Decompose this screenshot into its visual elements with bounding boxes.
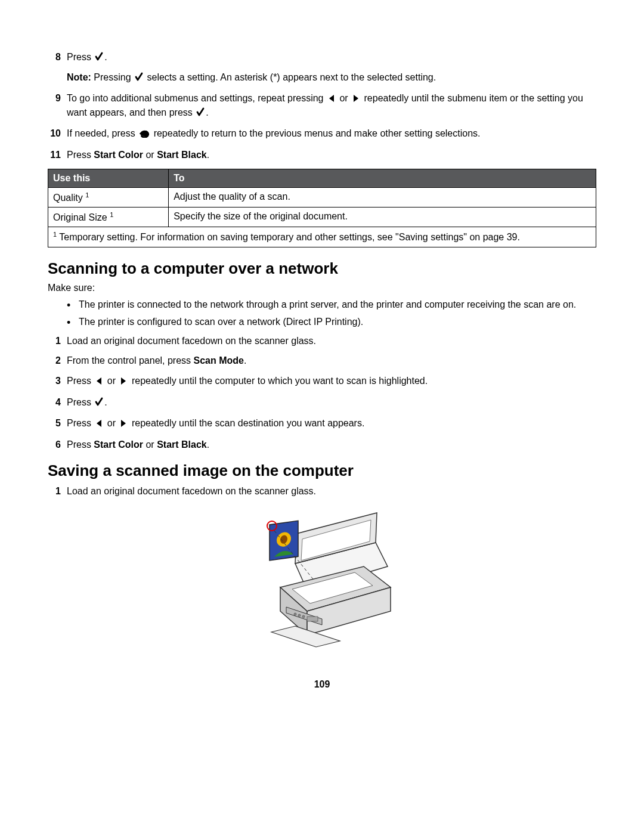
footnote-cell: 1 Temporary setting. For information on … [48,227,596,247]
check-icon [135,72,143,85]
step-number: 4 [48,396,61,409]
step-number: 11 [48,148,61,162]
text: or [143,150,157,160]
intro-text: Make sure: [48,283,596,293]
text: . [207,150,209,160]
text: selects a setting. An asterisk (*) appea… [144,72,436,82]
cell-use: Quality 1 [48,187,169,207]
step-number: 9 [48,92,61,105]
text-bold: Start Black [157,439,207,450]
note: Note: Pressing selects a setting. An ast… [67,71,596,85]
step-6: 6 Press Start Color or Start Black. [48,438,596,451]
settings-table: Use this To Quality 1 Adjust the quality… [48,169,596,247]
note-label: Note: [67,72,91,82]
check-icon [95,397,103,410]
text-bold: Scan Mode [194,355,244,366]
page-number: 109 [48,679,596,690]
step-number: 10 [48,127,61,140]
step-1: 1 Load an original document facedown on … [48,335,596,348]
text: Pressing [91,72,134,82]
left-arrow-icon [327,93,336,106]
table-row: Original Size 1 Specify the size of the … [48,207,596,227]
text: Quality [53,193,85,203]
scanner-svg [239,507,405,662]
steps-scan-network: 1 Load an original document facedown on … [48,335,596,451]
table-header-use: Use this [48,169,169,187]
step-body: Load an original document facedown on th… [67,485,596,498]
step-10: 10 If needed, press repeatedly to return… [48,127,596,141]
table-header-to: To [169,169,596,187]
bullet: The printer is connected to the network … [67,298,596,311]
text: Press [67,397,94,407]
text: . [206,107,208,117]
table-row: Quality 1 Adjust the quality of a scan. [48,187,596,207]
step-body: Load an original document facedown on th… [67,335,596,348]
text: If needed, press [67,128,138,138]
step-body: If needed, press repeatedly to return to… [67,127,596,141]
step-2: 2 From the control panel, press Scan Mod… [48,354,596,367]
text-bold: Start Black [157,150,207,160]
check-icon [95,52,103,65]
prereq-bullets: The printer is connected to the network … [67,298,596,329]
text: . [207,439,209,450]
text: or [337,93,351,103]
step-number: 3 [48,374,61,388]
text: Press [67,439,94,450]
step-number: 8 [48,51,61,64]
step-number: 1 [48,335,61,348]
svg-point-7 [298,614,301,617]
right-arrow-icon [119,376,128,389]
text: or [104,376,118,386]
text: Temporary setting. For information on sa… [57,233,520,243]
left-arrow-icon [95,376,103,389]
right-arrow-icon [119,418,128,431]
steps-save-image: 1 Load an original document facedown on … [48,485,596,498]
svg-point-6 [294,613,296,615]
steps-continuation: 8 Press . Note: Pressing selects a setti… [48,51,596,162]
bullet: The printer is configured to scan over a… [67,315,596,329]
text: repeatedly until the scan destination yo… [129,418,364,428]
text: From the control panel, press [67,355,194,366]
back-icon [139,128,150,141]
text: Original Size [53,212,110,222]
text: Press [67,376,94,386]
text: or [104,418,118,428]
step-body: Press Start Color or Start Black. [67,148,596,162]
svg-rect-9 [307,617,318,621]
cell-to: Adjust the quality of a scan. [169,187,596,207]
svg-point-8 [302,615,305,618]
text: Press [67,418,94,428]
text: Press [67,52,94,62]
step-number: 1 [48,485,61,498]
step-body: From the control panel, press Scan Mode. [67,354,596,367]
step-1: 1 Load an original document facedown on … [48,485,596,498]
text: . [104,397,107,407]
document-page: 8 Press . Note: Pressing selects a setti… [0,0,644,714]
section-title-scan-network: Scanning to a computer over a network [48,259,596,278]
step-body: Press . Note: Pressing selects a setting… [67,51,596,85]
step-4: 4 Press . [48,396,596,410]
text: repeatedly until the computer to which y… [129,376,428,386]
step-body: Press or repeatedly until the computer t… [67,374,596,389]
right-arrow-icon [352,93,360,106]
text: . [244,355,246,366]
step-body: Press Start Color or Start Black. [67,438,596,451]
left-arrow-icon [95,418,103,431]
scanner-illustration [48,507,596,664]
text-bold: Start Color [94,439,143,450]
cell-use: Original Size 1 [48,207,169,227]
step-body: Press or repeatedly until the scan desti… [67,417,596,431]
text: . [104,52,107,62]
step-body: To go into additional submenus and setti… [67,92,596,120]
step-5: 5 Press or repeatedly until the scan des… [48,417,596,431]
step-9: 9 To go into additional submenus and set… [48,92,596,120]
step-number: 6 [48,438,61,451]
section-title-save-image: Saving a scanned image on the computer [48,462,596,480]
table-footnote-row: 1 Temporary setting. For information on … [48,227,596,247]
step-body: Press . [67,396,596,410]
text-bold: Start Color [94,150,143,160]
step-8: 8 Press . Note: Pressing selects a setti… [48,51,596,85]
text: Press [67,150,94,160]
superscript: 1 [110,211,113,218]
step-3: 3 Press or repeatedly until the computer… [48,374,596,389]
